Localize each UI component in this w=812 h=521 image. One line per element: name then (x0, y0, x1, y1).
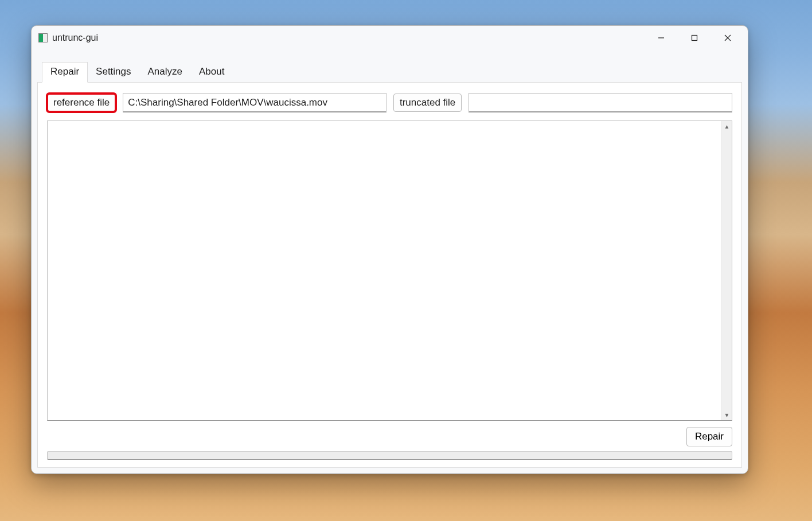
maximize-icon (691, 34, 698, 41)
truncated-file-input[interactable] (469, 93, 732, 112)
tab-repair[interactable]: Repair (42, 62, 88, 83)
action-row: Repair (47, 427, 732, 446)
reference-file-button[interactable]: reference file (47, 94, 116, 112)
reference-file-input[interactable] (123, 93, 387, 112)
app-window: untrunc-gui Repair Settings Analyze Abou… (31, 25, 748, 474)
close-icon (724, 34, 731, 41)
progress-bar (47, 451, 732, 460)
client-area: Repair Settings Analyze About reference … (32, 50, 748, 473)
tab-settings[interactable]: Settings (87, 62, 139, 83)
log-scrollbar[interactable]: ▲ ▼ (721, 121, 732, 420)
svg-rect-0 (692, 36, 697, 41)
log-output[interactable] (48, 121, 721, 420)
log-output-container: ▲ ▼ (47, 120, 732, 421)
tab-about[interactable]: About (190, 62, 233, 83)
scroll-down-icon: ▼ (722, 410, 732, 420)
scroll-up-icon: ▲ (722, 121, 732, 131)
tab-bar: Repair Settings Analyze About (37, 61, 742, 83)
minimize-button[interactable] (645, 27, 678, 49)
window-controls (645, 27, 744, 49)
app-icon (38, 33, 48, 42)
tab-page-repair: reference file truncated file ▲ ▼ Repair (37, 83, 742, 468)
tab-analyze[interactable]: Analyze (139, 62, 191, 83)
window-title: untrunc-gui (52, 33, 98, 43)
file-picker-row: reference file truncated file (47, 93, 732, 112)
maximize-button[interactable] (678, 27, 711, 49)
truncated-file-button[interactable]: truncated file (393, 94, 462, 112)
close-button[interactable] (711, 27, 744, 49)
repair-button[interactable]: Repair (686, 427, 732, 446)
titlebar: untrunc-gui (32, 26, 748, 50)
minimize-icon (658, 34, 665, 41)
